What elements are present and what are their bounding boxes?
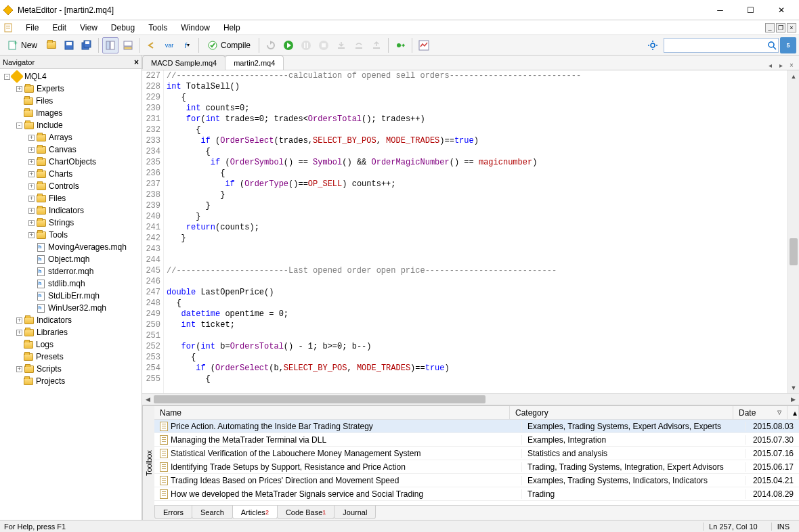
col-header-name[interactable]: Name	[154, 406, 510, 419]
chart-button[interactable]	[416, 37, 432, 53]
menu-window[interactable]: Window	[174, 22, 217, 34]
debug-stop-button[interactable]	[316, 37, 332, 53]
col-header-category[interactable]: Category	[510, 406, 733, 419]
tree-toggle[interactable]: +	[16, 86, 22, 92]
article-row[interactable]: Identifying Trade Setups by Support, Res…	[154, 460, 799, 474]
maximize-button[interactable]: ☐	[735, 0, 766, 20]
tree-toggle[interactable]: +	[16, 330, 22, 336]
function-button[interactable]: f▾	[179, 37, 195, 53]
toolbox-toggle-button[interactable]	[120, 37, 136, 53]
tree-node[interactable]: +Files	[0, 192, 142, 204]
editor-tab[interactable]: martin2.mq4	[225, 56, 284, 70]
undo-button[interactable]	[144, 37, 160, 53]
tree-node[interactable]: StdLibErr.mqh	[0, 290, 142, 302]
editor-tab[interactable]: MACD Sample.mq4	[142, 56, 225, 69]
breakpoint-button[interactable]	[392, 37, 408, 53]
new-button[interactable]: +New	[3, 37, 42, 53]
article-row[interactable]: Statistical Verification of the Labouche…	[154, 447, 799, 460]
open-button[interactable]	[43, 37, 60, 53]
tree-node[interactable]: +Arrays	[0, 131, 142, 143]
tab-close-button[interactable]: ×	[787, 60, 796, 70]
close-button[interactable]: ✕	[766, 0, 796, 20]
search-icon[interactable]	[767, 41, 777, 50]
tree-toggle[interactable]: +	[16, 366, 22, 372]
menu-help[interactable]: Help	[217, 22, 247, 34]
tree-node[interactable]: stderror.mqh	[0, 265, 142, 278]
tree-node[interactable]: +Experts	[0, 83, 142, 95]
tree-node[interactable]: Presets	[0, 351, 142, 363]
navigator-close-button[interactable]: ×	[134, 58, 139, 67]
toolbox-tab-code-base[interactable]: Code Base1	[277, 506, 334, 519]
tree-node[interactable]: Logs	[0, 338, 142, 351]
settings-button[interactable]	[645, 37, 661, 53]
col-header-date[interactable]: Date▽	[733, 406, 787, 419]
scroll-up-button[interactable]: ▲	[788, 70, 799, 82]
tree-node[interactable]: Object.mqh	[0, 253, 142, 265]
tree-toggle[interactable]: +	[16, 317, 22, 324]
article-row[interactable]: How we developed the MetaTrader Signals …	[154, 487, 799, 501]
tree-node[interactable]: stdlib.mqh	[0, 278, 142, 290]
tree-node[interactable]: +Libraries	[0, 326, 142, 338]
menu-file[interactable]: File	[19, 22, 45, 34]
tree-node[interactable]: Projects	[0, 375, 142, 387]
navigator-tree[interactable]: -MQL4+ExpertsFilesImages-Include+Arrays+…	[0, 69, 142, 520]
menu-debug[interactable]: Debug	[104, 22, 142, 34]
tree-toggle[interactable]: -	[16, 123, 22, 129]
tree-node[interactable]: +Scripts	[0, 363, 142, 375]
article-row[interactable]: Trading Ideas Based on Prices' Direction…	[154, 474, 799, 487]
scroll-down-button[interactable]: ▼	[788, 382, 799, 393]
mdi-minimize-button[interactable]: _	[765, 23, 775, 32]
tree-node[interactable]: +Indicators	[0, 204, 142, 217]
menu-tools[interactable]: Tools	[142, 22, 174, 34]
toolbox-tab-journal[interactable]: Journal	[334, 506, 376, 519]
code-editor[interactable]: 2272282292302312322332342352362372382392…	[142, 70, 799, 393]
tree-node[interactable]: Files	[0, 95, 142, 107]
tree-node[interactable]: +Controls	[0, 180, 142, 192]
tab-prev-button[interactable]: ◂	[765, 60, 775, 70]
tree-node[interactable]: +Canvas	[0, 143, 142, 156]
tree-node[interactable]: +Charts	[0, 168, 142, 180]
minimize-button[interactable]: ─	[705, 0, 735, 20]
tree-toggle[interactable]: +	[28, 147, 35, 153]
tree-toggle[interactable]: +	[28, 196, 35, 202]
editor-vertical-scrollbar[interactable]: ▲ ▼	[787, 70, 799, 393]
mql5-button[interactable]: 5	[780, 37, 796, 53]
debug-restart-button[interactable]	[263, 37, 279, 53]
mdi-close-button[interactable]: ×	[787, 23, 796, 32]
hscroll-thumb[interactable]	[154, 395, 485, 403]
scroll-left-button[interactable]: ◀	[142, 394, 154, 405]
tree-toggle[interactable]: -	[4, 74, 10, 80]
search-input[interactable]	[666, 41, 767, 50]
tree-node[interactable]: WinUser32.mqh	[0, 302, 142, 314]
saveall-button[interactable]	[79, 37, 95, 53]
tree-toggle[interactable]: +	[28, 171, 35, 177]
var-button[interactable]: var	[161, 37, 177, 53]
scroll-right-button[interactable]: ▶	[787, 394, 799, 405]
tree-toggle[interactable]: +	[28, 159, 35, 165]
save-button[interactable]	[61, 37, 77, 53]
compile-button[interactable]: Compile	[202, 37, 255, 53]
tree-toggle[interactable]: +	[28, 135, 35, 141]
tree-node[interactable]: Images	[0, 107, 142, 119]
toolbox-tab-errors[interactable]: Errors	[154, 506, 192, 519]
tree-toggle[interactable]: +	[28, 208, 35, 214]
tree-node[interactable]: +ChartObjects	[0, 156, 142, 168]
article-row[interactable]: Price Action. Automating the Inside Bar …	[154, 420, 799, 433]
mdi-restore-button[interactable]: ❐	[776, 23, 785, 32]
tree-node[interactable]: +Strings	[0, 217, 142, 229]
tree-node[interactable]: +Tools	[0, 229, 142, 241]
tree-node[interactable]: +Indicators	[0, 314, 142, 326]
navigator-toggle-button[interactable]	[102, 37, 118, 53]
debug-start-button[interactable]	[280, 37, 297, 53]
step-out-button[interactable]	[368, 37, 385, 53]
tree-node[interactable]: MovingAverages.mqh	[0, 241, 142, 253]
menu-view[interactable]: View	[73, 22, 104, 34]
toolbox-tab-articles[interactable]: Articles2	[232, 506, 278, 519]
tree-node[interactable]: -Include	[0, 119, 142, 131]
tree-toggle[interactable]: +	[28, 220, 35, 226]
menu-edit[interactable]: Edit	[45, 22, 73, 34]
editor-horizontal-scrollbar[interactable]: ◀ ▶	[142, 393, 799, 405]
tree-toggle[interactable]: +	[28, 183, 35, 190]
step-into-button[interactable]	[333, 37, 349, 53]
tab-next-button[interactable]: ▸	[776, 60, 785, 70]
